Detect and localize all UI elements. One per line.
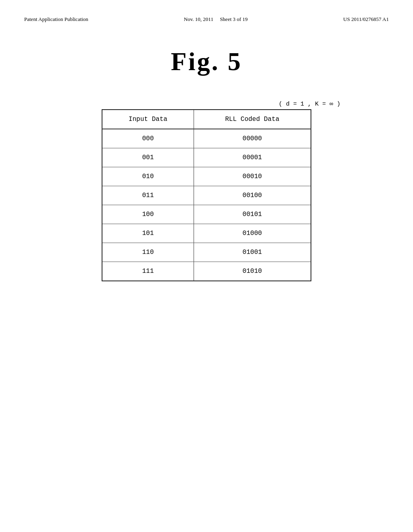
- table-row: 00100001: [102, 148, 311, 167]
- page: Patent Application Publication Nov. 10, …: [0, 0, 413, 532]
- header-center: Nov. 10, 2011 Sheet 3 of 19: [184, 16, 248, 23]
- coded-data-cell: 00000: [194, 129, 311, 148]
- input-data-cell: 011: [102, 186, 194, 205]
- coding-table: Input Data RLL Coded Data 00000000001000…: [102, 109, 311, 281]
- sheet-info: Sheet 3 of 19: [220, 16, 248, 22]
- page-header: Patent Application Publication Nov. 10, …: [24, 16, 389, 23]
- table-row: 01000010: [102, 167, 311, 186]
- input-data-cell: 001: [102, 148, 194, 167]
- header-right: US 2011/0276857 A1: [343, 16, 389, 23]
- col-coded-header: RLL Coded Data: [194, 110, 311, 129]
- table-row: 10000101: [102, 205, 311, 224]
- coded-data-cell: 00010: [194, 167, 311, 186]
- input-data-cell: 000: [102, 129, 194, 148]
- input-data-cell: 101: [102, 224, 194, 243]
- coded-data-cell: 01010: [194, 262, 311, 281]
- coded-data-cell: 01000: [194, 224, 311, 243]
- coded-data-cell: 00100: [194, 186, 311, 205]
- coded-data-cell: 00001: [194, 148, 311, 167]
- input-data-cell: 100: [102, 205, 194, 224]
- table-row: 11001001: [102, 243, 311, 262]
- coded-data-cell: 00101: [194, 205, 311, 224]
- input-data-cell: 111: [102, 262, 194, 281]
- publication-label: Patent Application Publication: [24, 16, 88, 22]
- coded-data-cell: 01001: [194, 243, 311, 262]
- table-row: 10101000: [102, 224, 311, 243]
- table-row: 01100100: [102, 186, 311, 205]
- patent-number: US 2011/0276857 A1: [343, 16, 389, 22]
- header-left: Patent Application Publication: [24, 16, 88, 23]
- table-row: 00000000: [102, 129, 311, 148]
- figure-title: Fig. 5: [24, 47, 389, 77]
- constraint-label: ( d = 1 , K = ∞ ): [279, 101, 340, 108]
- table-container: ( d = 1 , K = ∞ ) Input Data RLL Coded D…: [24, 101, 389, 281]
- input-data-cell: 010: [102, 167, 194, 186]
- table-row: 11101010: [102, 262, 311, 281]
- input-data-cell: 110: [102, 243, 194, 262]
- col-input-header: Input Data: [102, 110, 194, 129]
- publication-date: Nov. 10, 2011: [184, 16, 213, 22]
- table-header-row: Input Data RLL Coded Data: [102, 110, 311, 129]
